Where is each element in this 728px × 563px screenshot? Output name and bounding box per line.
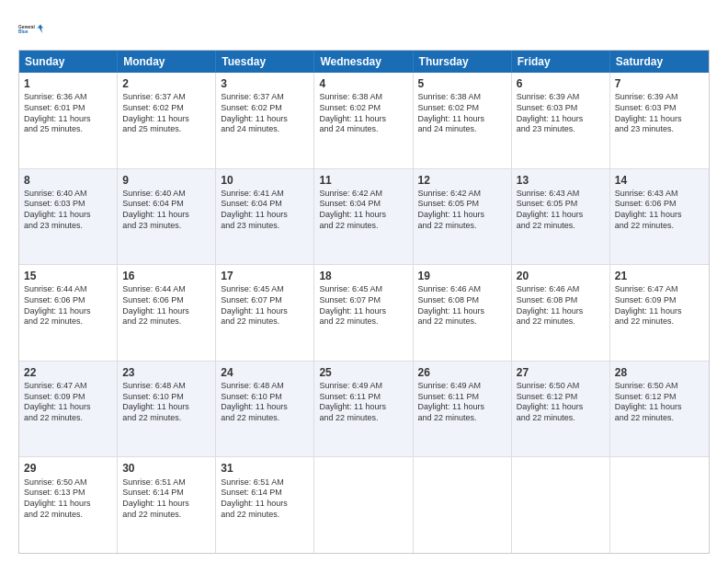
day-info: Sunrise: 6:39 AMSunset: 6:03 PMDaylight:… (517, 92, 605, 135)
day-info: Sunrise: 6:36 AMSunset: 6:01 PMDaylight:… (24, 92, 112, 135)
calendar-cell: 7Sunrise: 6:39 AMSunset: 6:03 PMDaylight… (610, 73, 709, 168)
day-number: 8 (24, 173, 112, 188)
calendar-row: 8Sunrise: 6:40 AMSunset: 6:03 PMDaylight… (19, 168, 709, 265)
calendar-cell: 8Sunrise: 6:40 AMSunset: 6:03 PMDaylight… (19, 169, 118, 265)
calendar-cell (512, 457, 610, 553)
calendar-day-header: Wednesday (314, 51, 413, 73)
calendar-day-header: Tuesday (216, 51, 314, 73)
calendar-row: 1Sunrise: 6:36 AMSunset: 6:01 PMDaylight… (19, 73, 709, 168)
calendar-cell: 10Sunrise: 6:41 AMSunset: 6:04 PMDayligh… (216, 169, 314, 265)
calendar-cell: 13Sunrise: 6:43 AMSunset: 6:05 PMDayligh… (512, 169, 610, 265)
calendar-cell: 28Sunrise: 6:50 AMSunset: 6:12 PMDayligh… (610, 362, 709, 457)
calendar-cell: 18Sunrise: 6:45 AMSunset: 6:07 PMDayligh… (314, 265, 413, 361)
calendar-cell (414, 457, 512, 553)
day-info: Sunrise: 6:45 AMSunset: 6:07 PMDaylight:… (319, 284, 407, 327)
calendar-day-header: Thursday (414, 51, 512, 73)
day-info: Sunrise: 6:50 AMSunset: 6:12 PMDaylight:… (517, 381, 605, 424)
day-number: 17 (221, 269, 309, 283)
day-info: Sunrise: 6:49 AMSunset: 6:11 PMDaylight:… (319, 381, 407, 424)
page-header: GeneralBlue (18, 17, 710, 42)
day-number: 21 (615, 269, 704, 283)
day-info: Sunrise: 6:45 AMSunset: 6:07 PMDaylight:… (221, 284, 309, 327)
calendar-cell: 12Sunrise: 6:42 AMSunset: 6:05 PMDayligh… (414, 169, 512, 265)
calendar-row: 15Sunrise: 6:44 AMSunset: 6:06 PMDayligh… (19, 264, 709, 361)
svg-text:Blue: Blue (18, 29, 28, 34)
day-info: Sunrise: 6:50 AMSunset: 6:12 PMDaylight:… (615, 381, 704, 424)
calendar-cell: 15Sunrise: 6:44 AMSunset: 6:06 PMDayligh… (19, 265, 118, 361)
day-info: Sunrise: 6:44 AMSunset: 6:06 PMDaylight:… (24, 284, 112, 327)
day-number: 31 (221, 461, 309, 476)
day-number: 10 (221, 173, 309, 188)
day-info: Sunrise: 6:47 AMSunset: 6:09 PMDaylight:… (615, 284, 704, 327)
day-info: Sunrise: 6:49 AMSunset: 6:11 PMDaylight:… (418, 381, 506, 424)
day-number: 11 (319, 173, 407, 188)
day-number: 18 (319, 269, 407, 283)
svg-marker-2 (37, 24, 43, 33)
day-number: 28 (615, 365, 704, 380)
day-number: 16 (122, 269, 210, 283)
day-info: Sunrise: 6:50 AMSunset: 6:13 PMDaylight:… (24, 477, 112, 521)
day-number: 9 (122, 173, 210, 188)
day-number: 6 (517, 76, 605, 91)
day-number: 15 (24, 269, 112, 283)
calendar-cell: 20Sunrise: 6:46 AMSunset: 6:08 PMDayligh… (512, 265, 610, 361)
calendar-cell: 24Sunrise: 6:48 AMSunset: 6:10 PMDayligh… (216, 362, 314, 457)
day-info: Sunrise: 6:38 AMSunset: 6:02 PMDaylight:… (418, 92, 506, 135)
calendar-row: 22Sunrise: 6:47 AMSunset: 6:09 PMDayligh… (19, 361, 709, 457)
calendar-cell: 2Sunrise: 6:37 AMSunset: 6:02 PMDaylight… (118, 73, 216, 168)
day-number: 5 (418, 76, 506, 91)
calendar-cell: 27Sunrise: 6:50 AMSunset: 6:12 PMDayligh… (512, 362, 610, 457)
calendar-day-header: Friday (512, 51, 610, 73)
day-info: Sunrise: 6:46 AMSunset: 6:08 PMDaylight:… (517, 284, 605, 327)
calendar-cell (610, 457, 709, 553)
calendar: SundayMondayTuesdayWednesdayThursdayFrid… (18, 50, 710, 554)
day-number: 27 (517, 365, 605, 380)
day-number: 1 (24, 76, 112, 91)
calendar-cell: 31Sunrise: 6:51 AMSunset: 6:14 PMDayligh… (216, 457, 314, 553)
day-number: 29 (24, 461, 112, 476)
calendar-cell: 19Sunrise: 6:46 AMSunset: 6:08 PMDayligh… (414, 265, 512, 361)
calendar-cell: 26Sunrise: 6:49 AMSunset: 6:11 PMDayligh… (414, 362, 512, 457)
calendar-cell: 25Sunrise: 6:49 AMSunset: 6:11 PMDayligh… (314, 362, 413, 457)
day-info: Sunrise: 6:47 AMSunset: 6:09 PMDaylight:… (24, 381, 112, 424)
logo-icon: GeneralBlue (18, 17, 44, 42)
day-info: Sunrise: 6:40 AMSunset: 6:03 PMDaylight:… (24, 189, 112, 232)
day-number: 12 (418, 173, 506, 188)
calendar-day-header: Monday (118, 51, 216, 73)
calendar-cell: 17Sunrise: 6:45 AMSunset: 6:07 PMDayligh… (216, 265, 314, 361)
day-info: Sunrise: 6:40 AMSunset: 6:04 PMDaylight:… (122, 189, 210, 232)
calendar-cell: 1Sunrise: 6:36 AMSunset: 6:01 PMDaylight… (19, 73, 118, 168)
calendar-day-header: Saturday (610, 51, 709, 73)
calendar-cell: 16Sunrise: 6:44 AMSunset: 6:06 PMDayligh… (118, 265, 216, 361)
calendar-cell: 3Sunrise: 6:37 AMSunset: 6:02 PMDaylight… (216, 73, 314, 168)
day-info: Sunrise: 6:37 AMSunset: 6:02 PMDaylight:… (122, 92, 210, 135)
day-number: 22 (24, 365, 112, 380)
day-info: Sunrise: 6:41 AMSunset: 6:04 PMDaylight:… (221, 189, 309, 232)
day-info: Sunrise: 6:51 AMSunset: 6:14 PMDaylight:… (221, 477, 309, 521)
calendar-cell: 4Sunrise: 6:38 AMSunset: 6:02 PMDaylight… (314, 73, 413, 168)
day-number: 14 (615, 173, 704, 188)
day-info: Sunrise: 6:37 AMSunset: 6:02 PMDaylight:… (221, 92, 309, 135)
day-number: 3 (221, 76, 309, 91)
day-info: Sunrise: 6:38 AMSunset: 6:02 PMDaylight:… (319, 92, 407, 135)
day-info: Sunrise: 6:48 AMSunset: 6:10 PMDaylight:… (221, 381, 309, 424)
calendar-cell: 11Sunrise: 6:42 AMSunset: 6:04 PMDayligh… (314, 169, 413, 265)
day-number: 4 (319, 76, 407, 91)
day-info: Sunrise: 6:43 AMSunset: 6:06 PMDaylight:… (615, 189, 704, 232)
day-number: 2 (122, 76, 210, 91)
calendar-cell: 21Sunrise: 6:47 AMSunset: 6:09 PMDayligh… (610, 265, 709, 361)
day-info: Sunrise: 6:42 AMSunset: 6:04 PMDaylight:… (319, 189, 407, 232)
day-number: 19 (418, 269, 506, 283)
calendar-cell: 14Sunrise: 6:43 AMSunset: 6:06 PMDayligh… (610, 169, 709, 265)
calendar-header: SundayMondayTuesdayWednesdayThursdayFrid… (19, 51, 709, 73)
calendar-cell: 30Sunrise: 6:51 AMSunset: 6:14 PMDayligh… (118, 457, 216, 553)
day-info: Sunrise: 6:39 AMSunset: 6:03 PMDaylight:… (615, 92, 704, 135)
logo: GeneralBlue (18, 17, 44, 42)
calendar-cell: 9Sunrise: 6:40 AMSunset: 6:04 PMDaylight… (118, 169, 216, 265)
calendar-cell: 23Sunrise: 6:48 AMSunset: 6:10 PMDayligh… (118, 362, 216, 457)
day-number: 7 (615, 76, 704, 91)
day-number: 25 (319, 365, 407, 380)
calendar-day-header: Sunday (19, 51, 118, 73)
day-number: 20 (517, 269, 605, 283)
calendar-row: 29Sunrise: 6:50 AMSunset: 6:13 PMDayligh… (19, 456, 709, 553)
